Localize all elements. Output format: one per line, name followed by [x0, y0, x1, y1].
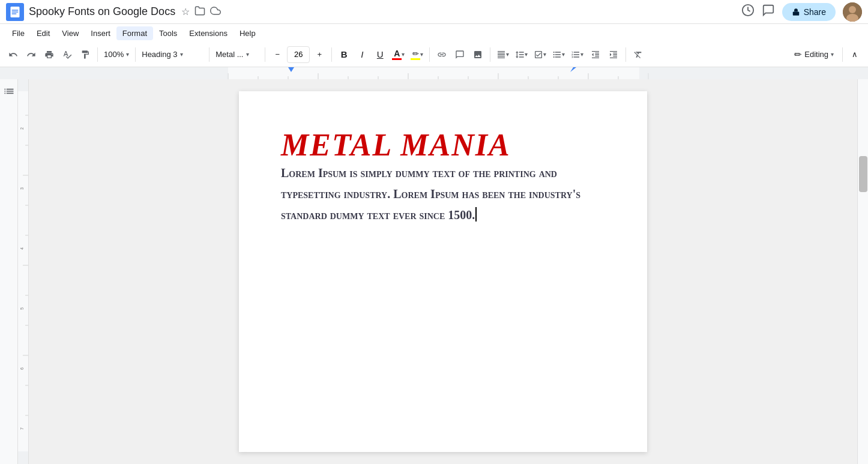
svg-rect-4	[12, 13, 17, 14]
style-chevron-icon: ▾	[180, 51, 183, 58]
cloud-icon[interactable]	[210, 5, 221, 19]
share-button[interactable]: Share	[782, 3, 836, 21]
decrease-font-button[interactable]: −	[269, 46, 286, 63]
ruler	[0, 67, 868, 79]
history-icon[interactable]	[741, 4, 755, 20]
svg-rect-28	[0, 67, 228, 79]
document-heading[interactable]: Metal Mania	[281, 127, 605, 163]
page: Metal Mania Lorem Ipsum is simply dummy …	[239, 91, 647, 452]
svg-text:4: 4	[20, 247, 24, 250]
menu-extensions[interactable]: Extensions	[183, 26, 234, 40]
outline-icon[interactable]	[3, 85, 15, 464]
svg-rect-6	[792, 11, 799, 15]
undo-button[interactable]	[5, 46, 22, 63]
insert-comment-button[interactable]	[451, 46, 468, 63]
clear-format-button[interactable]	[630, 46, 646, 63]
menu-insert[interactable]: Insert	[85, 26, 116, 40]
ruler-svg	[0, 67, 868, 79]
share-label: Share	[804, 7, 826, 17]
separator-6	[429, 47, 430, 62]
document-body-text: Lorem Ipsum is simply dummy text of the …	[281, 166, 580, 221]
svg-rect-29	[639, 67, 868, 79]
indent-more-button[interactable]	[605, 46, 622, 63]
line-spacing-button[interactable]: ▾	[513, 46, 530, 63]
insert-image-button[interactable]	[469, 46, 486, 63]
svg-point-8	[849, 6, 856, 13]
increase-font-button[interactable]: +	[311, 46, 328, 63]
menu-view[interactable]: View	[56, 26, 85, 40]
checklist-button[interactable]: ▾	[531, 46, 549, 63]
separator-9	[842, 47, 843, 62]
font-color-icon: A	[392, 49, 402, 60]
spellcheck-button[interactable]	[59, 46, 76, 63]
indent-less-button[interactable]	[587, 46, 604, 63]
underline-button[interactable]: U	[372, 46, 388, 63]
svg-rect-3	[12, 11, 19, 13]
svg-text:3: 3	[20, 187, 24, 190]
paint-format-button[interactable]	[77, 46, 94, 63]
scrollbar[interactable]	[857, 79, 868, 464]
scroll-thumb[interactable]	[859, 156, 867, 192]
separator-4	[265, 47, 265, 62]
chat-icon[interactable]	[762, 4, 775, 20]
pencil-icon: ✏	[794, 49, 802, 60]
menu-format[interactable]: Format	[116, 26, 153, 40]
highlight-button[interactable]: ✏ ▾	[408, 46, 426, 63]
font-value: Metal ...	[215, 50, 243, 59]
menu-tools[interactable]: Tools	[153, 26, 183, 40]
numbered-list-button[interactable]: ▾	[568, 46, 586, 63]
document-area[interactable]: Metal Mania Lorem Ipsum is simply dummy …	[29, 79, 857, 464]
italic-button[interactable]: I	[354, 46, 370, 63]
svg-rect-32	[18, 451, 29, 464]
editing-mode-label: Editing	[804, 50, 828, 59]
redo-button[interactable]	[23, 46, 40, 63]
title-icons: ☆	[181, 5, 221, 19]
font-color-bar	[392, 58, 402, 60]
text-color-button[interactable]: A ▾	[390, 46, 407, 63]
font-selector[interactable]: Metal ... ▾	[213, 46, 261, 63]
menu-file[interactable]: File	[6, 26, 31, 40]
print-button[interactable]	[41, 46, 58, 63]
link-button[interactable]	[433, 46, 450, 63]
text-cursor	[475, 207, 477, 221]
separator-3	[209, 47, 209, 62]
menu-help[interactable]: Help	[234, 26, 262, 40]
star-icon[interactable]: ☆	[181, 6, 190, 17]
toolbar: 100% ▾ Heading 3 ▾ Metal ... ▾ − + B I U…	[0, 42, 868, 67]
zoom-value: 100%	[104, 50, 124, 59]
folder-icon[interactable]	[194, 5, 205, 19]
svg-text:2: 2	[20, 127, 24, 130]
style-selector[interactable]: Heading 3 ▾	[139, 46, 205, 63]
vertical-ruler: 2 3 4 5 6 7	[18, 79, 29, 464]
font-color-letter: A	[394, 49, 400, 58]
collapse-toolbar-button[interactable]: ∧	[846, 46, 863, 63]
separator-2	[135, 47, 136, 62]
svg-rect-31	[18, 79, 29, 91]
scroll-track[interactable]	[858, 79, 868, 464]
menu-bar: File Edit View Insert Format Tools Exten…	[0, 24, 868, 42]
separator-5	[331, 47, 332, 62]
left-sidebar	[0, 79, 18, 464]
style-value: Heading 3	[142, 50, 177, 59]
svg-rect-2	[12, 10, 19, 11]
title-bar: Spooky Fonts on Google Docs ☆ Share	[0, 0, 868, 24]
header-right: Share	[741, 2, 862, 22]
alignment-button[interactable]: ▾	[494, 46, 511, 63]
bold-button[interactable]: B	[336, 46, 352, 63]
zoom-selector[interactable]: 100% ▾	[101, 46, 131, 63]
menu-edit[interactable]: Edit	[31, 26, 56, 40]
highlight-bar	[411, 58, 420, 60]
editing-mode-button[interactable]: ✏ Editing ▾	[789, 46, 839, 63]
main-area: 2 3 4 5 6 7 Metal Mania Lorem Ipsum is s…	[0, 79, 868, 464]
separator-7	[490, 47, 490, 62]
separator-8	[625, 47, 626, 62]
avatar	[843, 2, 862, 22]
zoom-chevron-icon: ▾	[126, 51, 129, 58]
font-size-input[interactable]	[287, 46, 310, 63]
document-body[interactable]: Lorem Ipsum is simply dummy text of the …	[281, 163, 605, 226]
bullet-list-button[interactable]: ▾	[550, 46, 567, 63]
highlight-icon: ✏	[411, 49, 420, 60]
svg-text:5: 5	[20, 307, 24, 310]
svg-text:7: 7	[20, 427, 24, 430]
svg-text:6: 6	[20, 367, 24, 370]
